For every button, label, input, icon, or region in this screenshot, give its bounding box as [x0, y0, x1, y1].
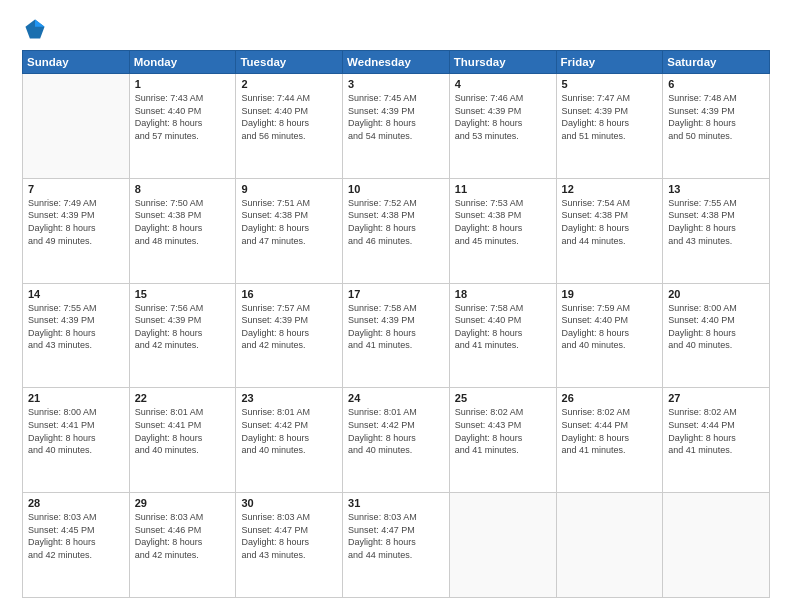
day-number: 21: [28, 392, 124, 404]
day-number: 2: [241, 78, 337, 90]
cell-info: Sunrise: 8:01 AMSunset: 4:42 PMDaylight:…: [348, 406, 444, 456]
day-number: 6: [668, 78, 764, 90]
day-number: 26: [562, 392, 658, 404]
calendar-cell: 26Sunrise: 8:02 AMSunset: 4:44 PMDayligh…: [556, 388, 663, 493]
calendar-cell: 24Sunrise: 8:01 AMSunset: 4:42 PMDayligh…: [343, 388, 450, 493]
calendar-header-saturday: Saturday: [663, 51, 770, 74]
day-number: 23: [241, 392, 337, 404]
cell-info: Sunrise: 8:01 AMSunset: 4:42 PMDaylight:…: [241, 406, 337, 456]
calendar-week-4: 28Sunrise: 8:03 AMSunset: 4:45 PMDayligh…: [23, 493, 770, 598]
cell-info: Sunrise: 7:58 AMSunset: 4:39 PMDaylight:…: [348, 302, 444, 352]
header: [22, 18, 770, 40]
calendar-table: SundayMondayTuesdayWednesdayThursdayFrid…: [22, 50, 770, 598]
cell-info: Sunrise: 7:50 AMSunset: 4:38 PMDaylight:…: [135, 197, 231, 247]
calendar-cell: 23Sunrise: 8:01 AMSunset: 4:42 PMDayligh…: [236, 388, 343, 493]
cell-info: Sunrise: 7:44 AMSunset: 4:40 PMDaylight:…: [241, 92, 337, 142]
day-number: 28: [28, 497, 124, 509]
cell-info: Sunrise: 8:03 AMSunset: 4:46 PMDaylight:…: [135, 511, 231, 561]
cell-info: Sunrise: 8:02 AMSunset: 4:43 PMDaylight:…: [455, 406, 551, 456]
calendar-cell: 18Sunrise: 7:58 AMSunset: 4:40 PMDayligh…: [449, 283, 556, 388]
day-number: 20: [668, 288, 764, 300]
calendar-cell: 3Sunrise: 7:45 AMSunset: 4:39 PMDaylight…: [343, 74, 450, 179]
cell-info: Sunrise: 7:49 AMSunset: 4:39 PMDaylight:…: [28, 197, 124, 247]
calendar-cell: 6Sunrise: 7:48 AMSunset: 4:39 PMDaylight…: [663, 74, 770, 179]
day-number: 14: [28, 288, 124, 300]
cell-info: Sunrise: 7:48 AMSunset: 4:39 PMDaylight:…: [668, 92, 764, 142]
cell-info: Sunrise: 8:00 AMSunset: 4:41 PMDaylight:…: [28, 406, 124, 456]
calendar-cell: 20Sunrise: 8:00 AMSunset: 4:40 PMDayligh…: [663, 283, 770, 388]
day-number: 1: [135, 78, 231, 90]
calendar-cell: 29Sunrise: 8:03 AMSunset: 4:46 PMDayligh…: [129, 493, 236, 598]
day-number: 25: [455, 392, 551, 404]
day-number: 13: [668, 183, 764, 195]
calendar-cell: 10Sunrise: 7:52 AMSunset: 4:38 PMDayligh…: [343, 178, 450, 283]
cell-info: Sunrise: 7:47 AMSunset: 4:39 PMDaylight:…: [562, 92, 658, 142]
calendar-cell: 2Sunrise: 7:44 AMSunset: 4:40 PMDaylight…: [236, 74, 343, 179]
logo: [22, 18, 46, 40]
cell-info: Sunrise: 7:55 AMSunset: 4:39 PMDaylight:…: [28, 302, 124, 352]
calendar-header-sunday: Sunday: [23, 51, 130, 74]
day-number: 16: [241, 288, 337, 300]
cell-info: Sunrise: 7:53 AMSunset: 4:38 PMDaylight:…: [455, 197, 551, 247]
calendar-cell: 17Sunrise: 7:58 AMSunset: 4:39 PMDayligh…: [343, 283, 450, 388]
cell-info: Sunrise: 8:03 AMSunset: 4:47 PMDaylight:…: [348, 511, 444, 561]
calendar-cell: 28Sunrise: 8:03 AMSunset: 4:45 PMDayligh…: [23, 493, 130, 598]
cell-info: Sunrise: 7:46 AMSunset: 4:39 PMDaylight:…: [455, 92, 551, 142]
calendar-cell: 19Sunrise: 7:59 AMSunset: 4:40 PMDayligh…: [556, 283, 663, 388]
logo-icon: [24, 18, 46, 40]
calendar-cell: 14Sunrise: 7:55 AMSunset: 4:39 PMDayligh…: [23, 283, 130, 388]
calendar-header-wednesday: Wednesday: [343, 51, 450, 74]
cell-info: Sunrise: 8:03 AMSunset: 4:45 PMDaylight:…: [28, 511, 124, 561]
cell-info: Sunrise: 8:00 AMSunset: 4:40 PMDaylight:…: [668, 302, 764, 352]
day-number: 22: [135, 392, 231, 404]
calendar-cell: 13Sunrise: 7:55 AMSunset: 4:38 PMDayligh…: [663, 178, 770, 283]
cell-info: Sunrise: 7:57 AMSunset: 4:39 PMDaylight:…: [241, 302, 337, 352]
cell-info: Sunrise: 8:02 AMSunset: 4:44 PMDaylight:…: [562, 406, 658, 456]
calendar-week-1: 7Sunrise: 7:49 AMSunset: 4:39 PMDaylight…: [23, 178, 770, 283]
cell-info: Sunrise: 7:52 AMSunset: 4:38 PMDaylight:…: [348, 197, 444, 247]
calendar-week-2: 14Sunrise: 7:55 AMSunset: 4:39 PMDayligh…: [23, 283, 770, 388]
day-number: 7: [28, 183, 124, 195]
day-number: 5: [562, 78, 658, 90]
calendar-header-friday: Friday: [556, 51, 663, 74]
day-number: 31: [348, 497, 444, 509]
calendar-header-tuesday: Tuesday: [236, 51, 343, 74]
cell-info: Sunrise: 7:43 AMSunset: 4:40 PMDaylight:…: [135, 92, 231, 142]
calendar-cell: 12Sunrise: 7:54 AMSunset: 4:38 PMDayligh…: [556, 178, 663, 283]
calendar-header-thursday: Thursday: [449, 51, 556, 74]
cell-info: Sunrise: 7:55 AMSunset: 4:38 PMDaylight:…: [668, 197, 764, 247]
cell-info: Sunrise: 8:01 AMSunset: 4:41 PMDaylight:…: [135, 406, 231, 456]
cell-info: Sunrise: 7:56 AMSunset: 4:39 PMDaylight:…: [135, 302, 231, 352]
calendar-cell: 7Sunrise: 7:49 AMSunset: 4:39 PMDaylight…: [23, 178, 130, 283]
calendar-cell: [663, 493, 770, 598]
day-number: 30: [241, 497, 337, 509]
cell-info: Sunrise: 7:59 AMSunset: 4:40 PMDaylight:…: [562, 302, 658, 352]
cell-info: Sunrise: 8:02 AMSunset: 4:44 PMDaylight:…: [668, 406, 764, 456]
day-number: 29: [135, 497, 231, 509]
calendar-cell: 11Sunrise: 7:53 AMSunset: 4:38 PMDayligh…: [449, 178, 556, 283]
day-number: 15: [135, 288, 231, 300]
calendar-week-3: 21Sunrise: 8:00 AMSunset: 4:41 PMDayligh…: [23, 388, 770, 493]
calendar-cell: 31Sunrise: 8:03 AMSunset: 4:47 PMDayligh…: [343, 493, 450, 598]
calendar-cell: [449, 493, 556, 598]
calendar-cell: 8Sunrise: 7:50 AMSunset: 4:38 PMDaylight…: [129, 178, 236, 283]
day-number: 24: [348, 392, 444, 404]
day-number: 27: [668, 392, 764, 404]
calendar-cell: 16Sunrise: 7:57 AMSunset: 4:39 PMDayligh…: [236, 283, 343, 388]
cell-info: Sunrise: 7:54 AMSunset: 4:38 PMDaylight:…: [562, 197, 658, 247]
day-number: 12: [562, 183, 658, 195]
calendar-header-row: SundayMondayTuesdayWednesdayThursdayFrid…: [23, 51, 770, 74]
calendar-cell: 1Sunrise: 7:43 AMSunset: 4:40 PMDaylight…: [129, 74, 236, 179]
calendar-cell: [23, 74, 130, 179]
calendar-cell: 21Sunrise: 8:00 AMSunset: 4:41 PMDayligh…: [23, 388, 130, 493]
calendar-cell: 27Sunrise: 8:02 AMSunset: 4:44 PMDayligh…: [663, 388, 770, 493]
calendar-cell: 5Sunrise: 7:47 AMSunset: 4:39 PMDaylight…: [556, 74, 663, 179]
calendar-week-0: 1Sunrise: 7:43 AMSunset: 4:40 PMDaylight…: [23, 74, 770, 179]
day-number: 10: [348, 183, 444, 195]
calendar-cell: [556, 493, 663, 598]
calendar-cell: 15Sunrise: 7:56 AMSunset: 4:39 PMDayligh…: [129, 283, 236, 388]
calendar-cell: 22Sunrise: 8:01 AMSunset: 4:41 PMDayligh…: [129, 388, 236, 493]
calendar-cell: 9Sunrise: 7:51 AMSunset: 4:38 PMDaylight…: [236, 178, 343, 283]
day-number: 18: [455, 288, 551, 300]
day-number: 4: [455, 78, 551, 90]
